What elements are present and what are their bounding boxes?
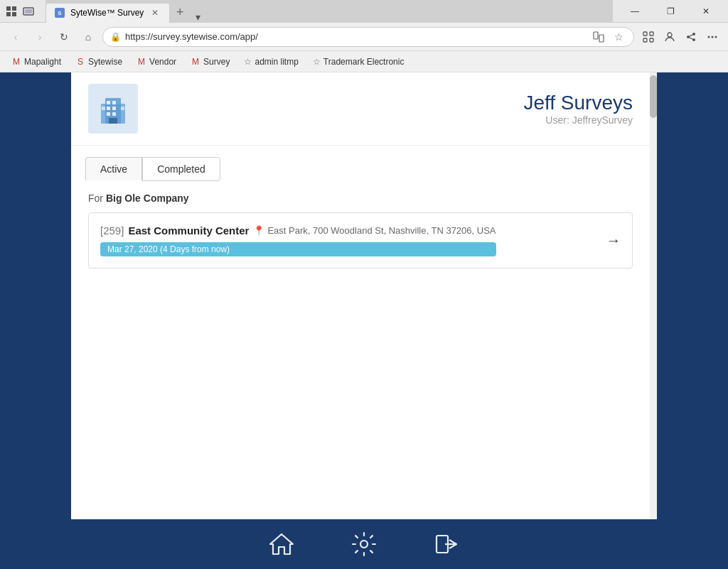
svg-rect-22 [112,101,116,104]
svg-rect-1 [12,6,16,11]
svg-point-13 [692,33,695,36]
survey-navigate-button[interactable]: → [606,232,621,249]
svg-rect-27 [109,118,117,124]
svg-rect-5 [25,9,32,13]
restore-button[interactable]: ❐ [654,1,687,21]
home-icon [269,531,294,557]
right-sidebar [650,72,728,519]
collections-icon[interactable] [591,29,606,45]
tab-strip: S SyteWise™ Survey ✕ + ▾ [46,0,613,23]
for-text: For [88,193,103,204]
svg-rect-23 [107,107,110,110]
bookmark-admin[interactable]: ☆ admin litmp [238,55,304,68]
scrollbar-thumb[interactable] [650,75,657,118]
svg-point-17 [712,36,714,38]
app-header: Jeff Surveys User: JeffreySurvey [71,72,650,146]
app-title-block: Jeff Surveys User: JeffreySurvey [523,92,633,126]
svg-rect-26 [112,112,116,116]
taskbar-icon [23,6,34,17]
content-section: For Big Ole Company [259] East Community… [71,181,650,280]
bookmark-trademark[interactable]: ☆ Trademark Electronic [307,55,410,68]
svg-point-18 [715,36,717,38]
survey-id: [259] [100,224,124,237]
page-wrapper: Jeff Surveys User: JeffreySurvey Active … [0,72,728,519]
survey-date-badge: Mar 27, 2020 (4 Days from now) [100,242,496,256]
bookmark-vendor[interactable]: M Vendor [131,55,182,68]
svg-rect-3 [12,12,16,16]
bookmark-survey-label: Survey [203,57,230,67]
svg-rect-29 [121,107,124,110]
bookmark-trademark-label: Trademark Electronic [323,57,405,67]
app-logo [88,84,138,134]
url-text: https://survey.sytewise.com/app/ [125,31,587,42]
app-user: User: JeffreySurvey [523,114,633,126]
tab-list-button[interactable]: ▾ [190,11,206,23]
browser-chrome: S SyteWise™ Survey ✕ + ▾ — ❐ ✕ ‹ › ↻ ⌂ 🔒… [0,0,728,72]
home-nav-button[interactable] [269,531,294,557]
svg-rect-9 [650,32,653,36]
tabs-row: Active Completed [71,146,650,181]
building-icon [95,91,131,126]
address-bar-row: ‹ › ↻ ⌂ 🔒 https://survey.sytewise.com/ap… [0,23,728,51]
survey-title-row: [259] East Community Center 📍 East Park,… [100,224,496,237]
survey-favicon: M [191,57,200,67]
scrollbar[interactable] [650,72,657,519]
survey-location: 📍 East Park, 700 Woodland St, Nashville,… [253,225,496,236]
home-button[interactable]: ⌂ [78,27,98,47]
favorites-icon[interactable]: ☆ [611,29,626,45]
forward-button[interactable]: › [30,27,50,47]
back-button[interactable]: ‹ [6,27,26,47]
address-icons: ☆ [591,29,626,45]
svg-rect-2 [6,12,11,16]
svg-rect-10 [643,38,647,42]
title-bar-left [6,6,34,17]
tab-close-button[interactable]: ✕ [149,7,161,18]
survey-card-left: [259] East Community Center 📍 East Park,… [100,224,496,256]
svg-rect-0 [6,6,11,11]
bookmarks-bar: M Mapalight S Sytewise M Vendor M Survey… [0,51,728,72]
logout-nav-button[interactable] [434,531,459,557]
new-tab-button[interactable]: + [170,3,190,23]
svg-rect-21 [107,101,110,104]
main-content: Jeff Surveys User: JeffreySurvey Active … [71,72,650,519]
tab-completed[interactable]: Completed [142,157,220,181]
more-options-icon[interactable] [702,27,722,47]
app-title: Jeff Surveys [523,92,633,114]
left-sidebar [0,72,71,519]
bookmark-vendor-label: Vendor [149,57,176,67]
for-label: For Big Ole Company [88,193,633,204]
survey-card[interactable]: [259] East Community Center 📍 East Park,… [88,212,633,269]
bookmark-mapalight[interactable]: M Mapalight [6,55,67,68]
profile-icon[interactable] [660,27,680,47]
svg-point-15 [687,36,690,38]
location-pin-icon: 📍 [253,225,264,236]
tab-active[interactable]: Active [85,157,142,181]
svg-rect-6 [594,32,598,39]
lock-icon: 🔒 [110,32,121,42]
share-icon[interactable] [681,27,701,47]
trademark-star-icon: ☆ [313,57,321,67]
svg-point-12 [668,33,672,37]
svg-rect-25 [107,112,110,116]
close-button[interactable]: ✕ [690,1,722,21]
bookmark-sytewise[interactable]: S Sytewise [70,55,128,68]
tab-favicon: S [55,8,65,18]
bookmark-survey[interactable]: M Survey [185,55,235,68]
sytewise-favicon: S [75,57,85,67]
bookmark-sytewise-label: Sytewise [88,57,122,67]
refresh-button[interactable]: ↻ [54,27,74,47]
extensions-icon[interactable] [638,27,658,47]
title-bar: S SyteWise™ Survey ✕ + ▾ — ❐ ✕ [0,0,728,23]
svg-rect-7 [599,35,604,42]
active-tab[interactable]: S SyteWise™ Survey ✕ [46,3,170,23]
logout-icon [434,531,459,557]
svg-marker-30 [270,534,293,554]
toolbar-icons [638,27,722,47]
window-controls: — ❐ ✕ [619,1,722,21]
mapalight-favicon: M [11,57,21,67]
survey-name: East Community Center [128,224,249,237]
tab-title: SyteWise™ Survey [70,8,144,18]
address-bar[interactable]: 🔒 https://survey.sytewise.com/app/ ☆ [102,27,634,47]
settings-nav-button[interactable] [351,531,377,557]
minimize-button[interactable]: — [619,1,651,21]
